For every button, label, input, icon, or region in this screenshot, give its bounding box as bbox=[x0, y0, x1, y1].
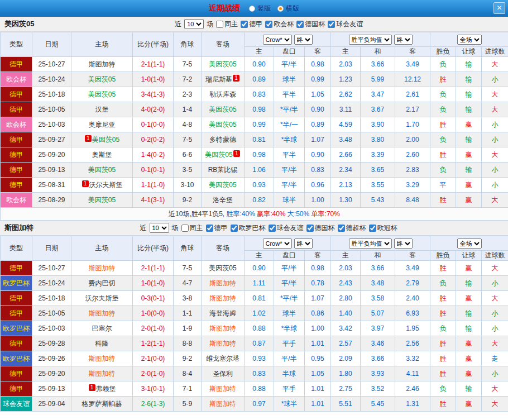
away-team: 美因茨05 bbox=[202, 178, 245, 193]
avg-home: 2.80 bbox=[331, 291, 361, 306]
odds-home: 0.81 bbox=[245, 132, 274, 147]
filter-checkbox[interactable]: 同主 bbox=[216, 20, 238, 29]
match-score: 4-0(2-0) bbox=[133, 102, 174, 117]
odds-handicap: *半球 bbox=[274, 321, 305, 336]
result-goals: 大 bbox=[482, 261, 508, 276]
layout-radio[interactable]: 竖版 bbox=[249, 4, 271, 13]
bookmaker-select[interactable]: Crow* bbox=[263, 35, 292, 45]
avg-draw: 3.90 bbox=[361, 117, 395, 132]
odds-time-select[interactable]: 终 bbox=[294, 238, 313, 249]
col-odds-away: 客 bbox=[305, 251, 331, 261]
match-date: 25-10-27 bbox=[32, 57, 71, 72]
odds-handicap: *半/一 bbox=[274, 117, 305, 132]
close-button[interactable]: ✕ bbox=[493, 2, 505, 14]
avg-draw: 3.55 bbox=[361, 178, 395, 193]
odds-handicap: 球半 bbox=[274, 72, 305, 87]
avg-home: 5.51 bbox=[331, 397, 361, 412]
filter-checkbox[interactable]: 德甲 bbox=[241, 20, 262, 29]
match-score: 2-1(0-0) bbox=[133, 351, 174, 366]
checkbox[interactable] bbox=[328, 21, 335, 28]
avg-away: 3.49 bbox=[395, 57, 430, 72]
avg-time-select[interactable]: 终 bbox=[394, 35, 413, 45]
section-header: 斯图加特近10场同主德甲欧罗巴杯球会友谊德国杯德超杯欧冠杯 bbox=[0, 221, 508, 236]
odds-home: 0.89 bbox=[245, 72, 274, 87]
summary-segment: 胜率:40% bbox=[226, 210, 255, 218]
result-handicap: 赢 bbox=[456, 366, 482, 381]
checkbox[interactable] bbox=[306, 225, 314, 232]
home-team-name: 美因茨05 bbox=[92, 136, 119, 144]
layout-radio[interactable]: 横版 bbox=[277, 4, 299, 13]
result-handicap: 输 bbox=[456, 163, 482, 178]
col-result-goals: 进球数 bbox=[482, 47, 508, 57]
avg-type-select[interactable]: 胜平负均值 bbox=[349, 238, 392, 249]
home-team-name: 美因茨05 bbox=[88, 90, 116, 98]
checkbox[interactable] bbox=[338, 225, 345, 232]
col-avg-home: 主 bbox=[331, 47, 361, 57]
avg-away: 4.11 bbox=[395, 366, 430, 381]
checkbox[interactable] bbox=[269, 225, 276, 232]
checkbox[interactable] bbox=[216, 21, 223, 28]
match-score: 0-2(0-2) bbox=[133, 132, 174, 147]
away-team-name: 斯图加特 bbox=[209, 279, 236, 287]
col-score: 比分(半场) bbox=[133, 236, 174, 261]
match-count-select[interactable]: 10 bbox=[150, 223, 169, 233]
checkbox[interactable] bbox=[369, 225, 376, 232]
col-odds-home: 主 bbox=[245, 251, 274, 261]
filter-checkbox[interactable]: 球会友谊 bbox=[269, 223, 304, 233]
odds-home: 0.90 bbox=[245, 261, 274, 276]
bookmaker-select[interactable]: Crow* bbox=[263, 238, 292, 249]
away-team: 海登海姆 bbox=[202, 306, 245, 321]
games-label: 场 bbox=[207, 20, 213, 29]
home-team: 科隆 bbox=[71, 336, 133, 351]
match-scope-select[interactable]: 全场 bbox=[457, 35, 482, 45]
away-team-name: 美因茨05 bbox=[209, 264, 236, 272]
checkbox[interactable] bbox=[206, 225, 213, 232]
match-scope-select[interactable]: 全场 bbox=[457, 238, 482, 249]
result-wdl: 胜 bbox=[430, 397, 456, 412]
result-goals: 小 bbox=[482, 72, 508, 87]
filter-checkbox[interactable]: 德国杯 bbox=[306, 223, 335, 233]
away-team-name: 斯图加特 bbox=[209, 340, 236, 347]
checkbox[interactable] bbox=[241, 21, 248, 28]
avg-type-select[interactable]: 胜平负均值 bbox=[349, 35, 392, 45]
filter-checkbox[interactable]: 欧会杯 bbox=[265, 20, 294, 29]
odds-handicap: 平半 bbox=[274, 87, 305, 102]
near-label: 近 bbox=[140, 223, 147, 233]
radio-icon[interactable] bbox=[249, 6, 255, 12]
match-score: 1-2(1-1) bbox=[133, 336, 174, 351]
filter-checkbox[interactable]: 球会友谊 bbox=[328, 20, 363, 29]
league-badge: 德甲 bbox=[1, 163, 32, 178]
checkbox[interactable] bbox=[181, 225, 189, 232]
avg-away: 2.83 bbox=[395, 163, 430, 178]
filter-checkbox[interactable]: 同主 bbox=[181, 223, 203, 233]
odds-time-select[interactable]: 终 bbox=[294, 35, 313, 45]
filter-checkbox[interactable]: 德甲 bbox=[206, 223, 228, 233]
checkbox[interactable] bbox=[231, 225, 238, 232]
filter-checkbox[interactable]: 德国杯 bbox=[296, 20, 325, 29]
result-goals: 小 bbox=[482, 163, 508, 178]
odds-handicap: 平/半 bbox=[274, 178, 305, 193]
checkbox[interactable] bbox=[265, 21, 272, 28]
result-goals: 大 bbox=[482, 193, 508, 208]
filter-checkbox[interactable]: 德超杯 bbox=[338, 223, 366, 233]
away-team: 瑞尼斯基1 bbox=[202, 72, 245, 87]
red-card-badge: 1 bbox=[233, 75, 239, 82]
home-team-name: 斯图加特 bbox=[89, 370, 116, 378]
avg-time-select[interactable]: 终 bbox=[394, 238, 413, 249]
filter-bar: 近10场同主德甲欧会杯德国杯球会友谊 bbox=[175, 19, 363, 29]
result-wdl: 胜 bbox=[430, 351, 456, 366]
match-date: 25-10-24 bbox=[32, 276, 71, 291]
col-score: 比分(半场) bbox=[133, 32, 174, 57]
filter-checkbox[interactable]: 欧冠杯 bbox=[369, 223, 397, 233]
radio-selected-icon[interactable] bbox=[277, 6, 284, 12]
league-badge: 德甲 bbox=[1, 57, 32, 72]
checkbox[interactable] bbox=[296, 21, 304, 28]
col-result-goals: 进球数 bbox=[482, 251, 508, 261]
corners: 8-4 bbox=[174, 366, 202, 381]
corners: 7-5 bbox=[174, 132, 202, 147]
odds-away: 0.86 bbox=[305, 306, 331, 321]
away-team-name: 斯图加特 bbox=[209, 324, 236, 332]
match-count-select[interactable]: 10 bbox=[184, 19, 204, 29]
odds-home: 0.83 bbox=[245, 87, 274, 102]
filter-checkbox[interactable]: 欧罗巴杯 bbox=[231, 223, 266, 233]
